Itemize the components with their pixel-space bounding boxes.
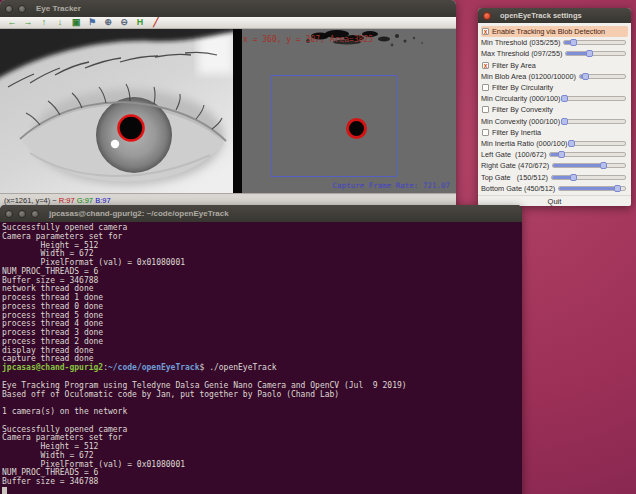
properties-flag-icon[interactable]: ⚑ [84, 17, 100, 28]
eye-image [0, 29, 233, 193]
slider-fill [559, 187, 617, 190]
desktop: Eye Tracker ←→↑↓▣⚑⊕⊖H╱ [0, 0, 636, 494]
close-icon[interactable] [5, 210, 13, 218]
setting-label: Min Circularity (000/100) [481, 94, 560, 103]
setting-label: Min Inertia Ratio (000/100) [481, 139, 567, 148]
terminal-line [2, 487, 522, 494]
settings-row-12: Right Gate (470/672) [481, 160, 628, 171]
checkbox[interactable] [482, 129, 489, 136]
setting-label: Right Gate (470/672) [481, 161, 549, 170]
slider-handle[interactable] [586, 50, 593, 57]
prompt-user: jpcasas@chand-gpurig2 [2, 363, 103, 372]
settings-titlebar[interactable]: openEyeTrack settings [478, 8, 631, 23]
slider-handle[interactable] [570, 174, 577, 181]
terminal-window: jpcasas@chand-gpurig2: ~/code/openEyeTra… [0, 205, 522, 494]
settings-row-4: Min Blob Area (01200/10000) [481, 71, 628, 82]
settings-row-6: Min Circularity (000/100) [481, 93, 628, 104]
setting-label: Filter By Inertia [492, 128, 541, 137]
close-icon[interactable] [483, 12, 491, 20]
setting-label: Bottom Gate (450/512) [481, 184, 555, 193]
settings-row-5: Filter By Circularity [481, 82, 628, 93]
setting-label: Min Blob Area (01200/10000) [481, 72, 576, 81]
zoom-100-icon[interactable]: H [132, 17, 148, 28]
slider-handle[interactable] [582, 73, 589, 80]
settings-row-2: Max Threshold (097/255) [481, 48, 628, 59]
slider[interactable] [552, 163, 626, 168]
eye-tracker-content: x = 360, y = 307, Area=3825 Capture Fram… [0, 29, 456, 193]
pixel-green-value: G:97 [77, 196, 93, 205]
slider[interactable] [551, 175, 626, 180]
slider-handle[interactable] [600, 162, 607, 169]
threshold-view-panel: x = 360, y = 307, Area=3825 Capture Fram… [242, 29, 456, 193]
minimize-icon[interactable] [18, 5, 26, 13]
close-icon[interactable] [5, 5, 13, 13]
slider-handle[interactable] [561, 118, 568, 125]
slider[interactable] [579, 74, 626, 79]
checkbox[interactable]: x [482, 62, 489, 69]
settings-rows: xEnable Tracking via Blob DetectionMin T… [478, 23, 631, 194]
terminal-titlebar[interactable]: jpcasas@chand-gpurig2: ~/code/openEyeTra… [0, 205, 522, 222]
setting-label: Filter By Convexity [492, 105, 553, 114]
settings-row-1: Min Threshold (035/255) [481, 37, 628, 48]
corneal-glint [111, 140, 119, 148]
settings-row-3: xFilter By Area [481, 60, 628, 71]
slider-handle[interactable] [570, 39, 577, 46]
setting-label: Enable Tracking via Blob Detection [492, 27, 605, 36]
zoom-out-icon[interactable]: ⊖ [116, 17, 132, 28]
slider[interactable] [565, 51, 626, 56]
slider[interactable] [570, 141, 626, 146]
pixel-coords-text: (x=1261, y=4) ~ [4, 196, 59, 205]
settings-row-0: xEnable Tracking via Blob Detection [481, 26, 628, 37]
panel-divider [233, 29, 242, 193]
maximize-icon[interactable] [31, 210, 39, 218]
slider[interactable] [563, 119, 626, 124]
pan-right-icon[interactable]: → [20, 17, 36, 28]
slider-handle[interactable] [558, 151, 565, 158]
detected-blob [346, 118, 367, 139]
setting-label: Min Convexity (000/100) [481, 117, 560, 126]
slider-handle[interactable] [614, 185, 621, 192]
terminal-body[interactable]: Successfully opened cameraCamera paramet… [0, 222, 522, 494]
eye-tracker-titlebar[interactable]: Eye Tracker [0, 0, 456, 17]
brush-icon[interactable]: ╱ [148, 17, 164, 28]
checkbox[interactable] [482, 106, 489, 113]
pan-down-icon[interactable]: ↓ [52, 17, 68, 28]
setting-label: Filter By Circularity [492, 83, 553, 92]
terminal-cursor [2, 487, 7, 494]
settings-row-11: Left Gate (100/672) [481, 149, 628, 160]
checkbox[interactable]: x [482, 28, 489, 35]
slider[interactable] [549, 152, 626, 157]
checkbox[interactable] [482, 84, 489, 91]
slider-handle[interactable] [561, 95, 568, 102]
settings-row-14: Bottom Gate (450/512) [481, 183, 628, 194]
camera-view-panel [0, 29, 233, 193]
frame-rate-text: Capture Frame Rate: 721.07 [333, 181, 450, 190]
save-image-icon[interactable]: ▣ [68, 17, 84, 28]
gate-rectangle [271, 75, 397, 177]
settings-row-10: Min Inertia Ratio (000/100) [481, 138, 628, 149]
terminal-line: jpcasas@chand-gpurig2:~/code/openEyeTrac… [2, 364, 522, 373]
setting-label: Min Threshold (035/255) [481, 38, 560, 47]
setting-label: Filter By Area [492, 61, 536, 70]
eye-tracker-toolbar: ←→↑↓▣⚑⊕⊖H╱ [0, 17, 456, 29]
terminal-line: Based off of Oculomatic code by Jan, put… [2, 391, 522, 400]
slider[interactable] [563, 96, 626, 101]
prompt-path: ~/code/openEyeTrack [108, 363, 200, 372]
setting-label: Left Gate (100/672) [481, 150, 546, 159]
zoom-in-icon[interactable]: ⊕ [100, 17, 116, 28]
pan-up-icon[interactable]: ↑ [36, 17, 52, 28]
setting-label: Top Gate (150/512) [481, 173, 548, 182]
pupil-detection-circle [119, 116, 144, 141]
slider[interactable] [563, 40, 626, 45]
settings-row-8: Min Convexity (000/100) [481, 116, 628, 127]
pixel-blue-value: B:97 [95, 196, 110, 205]
slider-fill [553, 164, 603, 167]
minimize-icon[interactable] [18, 210, 26, 218]
slider[interactable] [558, 186, 626, 191]
pan-left-icon[interactable]: ← [4, 17, 20, 28]
slider-handle[interactable] [568, 140, 575, 147]
eye-tracker-window: Eye Tracker ←→↑↓▣⚑⊕⊖H╱ [0, 0, 456, 212]
window-title: openEyeTrack settings [500, 11, 582, 20]
terminal-line: 1 camera(s) on the network [2, 408, 522, 417]
terminal-line: Buffer size = 346788 [2, 478, 522, 487]
